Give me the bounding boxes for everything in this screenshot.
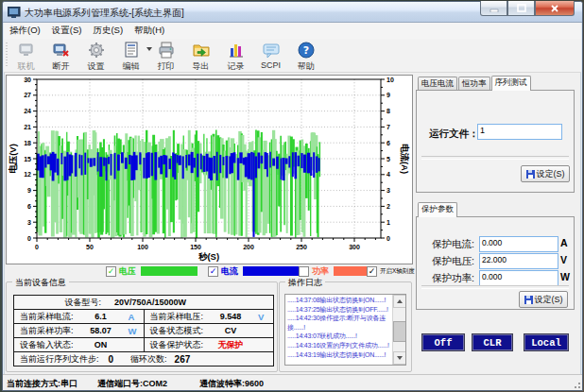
protection-current-row: 保护电流: 0.000 A <box>417 236 574 251</box>
svg-text:10: 10 <box>386 77 394 83</box>
menu-help[interactable]: 帮助(H) <box>129 23 170 39</box>
log-entry: .....14:37:25输出状态切换到OFF......! <box>287 305 392 315</box>
local-button[interactable]: Local <box>524 333 569 351</box>
svg-text:100: 100 <box>137 244 148 250</box>
tab-protection-params[interactable]: 保护参数 <box>418 202 457 217</box>
svg-text:电压(V): 电压(V) <box>8 144 18 174</box>
chart-panel: 0369121518212427300123456789100501001502… <box>6 75 413 264</box>
help-icon: ? <box>298 41 315 60</box>
svg-text:30: 30 <box>24 77 31 83</box>
svg-text:6: 6 <box>386 140 390 146</box>
svg-text:18: 18 <box>24 140 31 146</box>
svg-text:4: 4 <box>386 171 390 178</box>
svg-text:50: 50 <box>86 244 94 250</box>
legend-x-axis-toggle: ✓ 开启X轴刻度 <box>367 264 415 278</box>
sequence-tab-control: 电压电流 恒功率 序列测试 运行文件： 1 设定(S) <box>416 77 575 194</box>
record-icon <box>228 41 245 60</box>
close-button[interactable] <box>535 1 575 16</box>
protection-set-button[interactable]: 设定(S) <box>519 291 568 308</box>
voltage-checkbox[interactable]: ✓ <box>106 266 116 277</box>
svg-text:1: 1 <box>386 219 390 226</box>
table-row: 设备输入状态: ON 设备保护状态: 无保护 <box>14 337 273 351</box>
svg-text:15: 15 <box>24 156 31 162</box>
run-file-input[interactable]: 1 <box>477 124 562 140</box>
toolbar-print-button[interactable]: 打印 <box>148 39 183 73</box>
disconnect-icon <box>53 41 70 60</box>
svg-text:3: 3 <box>27 219 31 226</box>
svg-text:12: 12 <box>24 171 31 178</box>
sequence-set-button[interactable]: 设定(S) <box>521 165 570 182</box>
power-checkbox[interactable] <box>299 266 309 277</box>
svg-text:24: 24 <box>24 108 31 114</box>
svg-text:200: 200 <box>243 244 254 250</box>
scroll-down-button[interactable] <box>393 351 406 365</box>
device-info-table: 设备型号: 20V/750A/15000W 当前采样电流: 6.1 A 当前采样… <box>13 295 274 366</box>
tab-constant-power[interactable]: 恒功率 <box>458 77 490 90</box>
protection-tab-body: 保护电流: 0.000 A 保护电压: 22.000 V 保护功率: 0.000… <box>416 216 575 310</box>
separator <box>421 156 569 160</box>
operation-log-title: 操作日志 <box>285 277 325 289</box>
svg-text:150: 150 <box>190 244 201 250</box>
toolbar-help-button[interactable]: ? 帮助 <box>288 39 323 73</box>
toolbar-settings-button[interactable]: 设置 <box>78 39 113 73</box>
operation-log-list[interactable]: .....14:37:08输出状态切换到ON......!.....14:37:… <box>284 294 406 366</box>
window-title: 大功率电源系列管理系统-[系统主界面] <box>25 7 184 20</box>
protection-current-input[interactable]: 0.000 <box>479 236 558 252</box>
toolbar-connect-button[interactable]: 联机 <box>9 39 43 73</box>
run-file-label: 运行文件： <box>429 128 479 141</box>
protection-voltage-input[interactable]: 22.000 <box>479 253 558 269</box>
toolbar-export-button[interactable]: 导出 <box>183 39 218 73</box>
svg-text:5: 5 <box>386 156 390 162</box>
svg-text:2: 2 <box>386 203 390 210</box>
current-checkbox[interactable]: ✓ <box>208 266 218 277</box>
voltage-color-swatch <box>141 266 198 276</box>
connect-icon <box>18 41 35 60</box>
x-axis-scale-checkbox[interactable]: ✓ <box>367 266 377 277</box>
legend-power: 功率 <box>299 264 369 278</box>
scpi-icon <box>263 41 280 60</box>
sequence-tab-body: 运行文件： 1 设定(S) <box>416 90 575 193</box>
svg-text:21: 21 <box>24 124 31 130</box>
log-entry: .....14:43:07联机成功......! <box>287 332 392 341</box>
svg-text:8: 8 <box>386 108 390 114</box>
log-scrollbar[interactable] <box>392 295 405 365</box>
svg-text:7: 7 <box>386 124 390 130</box>
svg-text:0: 0 <box>35 244 39 250</box>
clr-button[interactable]: CLR <box>472 333 513 351</box>
tab-voltage-current[interactable]: 电压电流 <box>418 77 457 90</box>
protection-power-input[interactable]: 0.000 <box>479 270 558 286</box>
table-row: 当前采样电流: 6.1 A 当前采样电压: 9.548 V <box>14 309 273 323</box>
scroll-thumb[interactable] <box>393 321 406 342</box>
toolbar-record-button[interactable]: 记录 <box>218 39 253 73</box>
export-icon <box>193 41 210 60</box>
toolbar: 联机 断开 设置 编辑 打印 <box>4 39 581 73</box>
protection-voltage-row: 保护电压: 22.000 V <box>417 253 574 268</box>
off-button[interactable]: Off <box>421 333 465 351</box>
menu-bar: 操作(O) 设置(S) 历史(S) 帮助(H) <box>4 23 581 40</box>
menu-operation[interactable]: 操作(O) <box>4 23 46 39</box>
toolbar-disconnect-button[interactable]: 断开 <box>43 39 78 73</box>
minimize-button[interactable] <box>480 1 507 16</box>
menu-settings[interactable]: 设置(S) <box>46 23 88 39</box>
resize-grip[interactable] <box>572 380 581 389</box>
app-icon <box>8 6 21 18</box>
log-entry: .....14:42:30操作提示:断开与设备连接......! <box>287 314 392 332</box>
maximize-button[interactable] <box>507 1 535 16</box>
menu-history[interactable]: 历史(S) <box>87 23 129 39</box>
separator <box>421 285 569 289</box>
svg-text:6: 6 <box>27 203 31 210</box>
legend-current: ✓ 电流 <box>208 264 300 278</box>
svg-text:电流(A): 电流(A) <box>400 144 410 174</box>
legend-voltage: ✓ 电压 <box>106 264 198 278</box>
toolbar-edit-button[interactable]: 编辑 <box>113 39 148 73</box>
print-icon <box>158 41 175 60</box>
toolbar-scpi-button[interactable]: SCPI <box>253 39 288 70</box>
title-bar[interactable]: 大功率电源系列管理系统-[系统主界面] <box>3 2 582 23</box>
current-color-swatch <box>243 266 300 276</box>
tab-sequence-test[interactable]: 序列测试 <box>491 76 531 91</box>
svg-text:250: 250 <box>296 244 307 250</box>
scroll-up-button[interactable] <box>393 295 406 308</box>
protection-power-row: 保护功率: 0.000 W <box>417 270 574 285</box>
log-entry: .....14:43:16设置的序列文件成功......! <box>287 341 392 350</box>
svg-text:27: 27 <box>24 92 31 98</box>
